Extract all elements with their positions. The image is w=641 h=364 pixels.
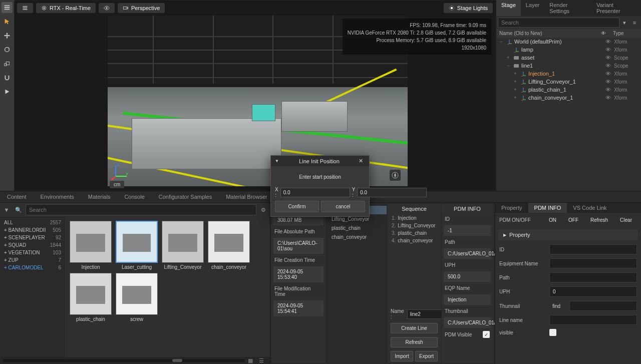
close-icon[interactable]: ✕: [357, 158, 365, 164]
expander-icon[interactable]: +: [505, 55, 511, 60]
stage-col-name[interactable]: Name (Old to New): [499, 31, 601, 36]
expander-icon[interactable]: −: [498, 39, 504, 44]
stage-search-input[interactable]: [498, 18, 619, 28]
prop-tab-pdm-info[interactable]: PDM INFO: [528, 203, 567, 213]
eye-icon[interactable]: 👁: [602, 71, 614, 77]
camera-dropdown[interactable]: Perspective: [118, 3, 165, 13]
thumbnail-item[interactable]: chain_conveyor: [207, 221, 250, 270]
prop-line-input[interactable]: [549, 315, 637, 325]
stage-tab-variant-presenter[interactable]: Variant Presenter: [591, 0, 641, 16]
category-item[interactable]: + ZUP7: [0, 256, 65, 264]
tree-row[interactable]: +Lifting_Conveyor_1👁Xform: [496, 78, 641, 86]
eye-icon[interactable]: 👁: [602, 47, 614, 53]
render-mode-dropdown[interactable]: RTX - Real-Time: [36, 3, 96, 13]
prop-path-input[interactable]: [549, 272, 637, 282]
tree-row[interactable]: −line1👁Scope: [496, 62, 641, 70]
compass-icon[interactable]: [389, 169, 401, 181]
thumb-size-slider[interactable]: [3, 359, 245, 362]
eye-icon[interactable]: 👁: [602, 87, 614, 93]
pdm-on-button[interactable]: ON: [544, 216, 561, 224]
stage-tree[interactable]: −World (defaultPrim)👁Xformlamp👁Xform+ass…: [496, 38, 641, 191]
visibility-toggle-icon[interactable]: [99, 3, 115, 13]
tree-row[interactable]: +Injection_1👁Xform: [496, 70, 641, 78]
y-input[interactable]: [357, 188, 427, 197]
tree-row[interactable]: +chain_conveyor_1👁Xform: [496, 94, 641, 102]
content-tab-console[interactable]: Console: [117, 191, 151, 202]
tool-play[interactable]: [2, 86, 13, 97]
equipment-item[interactable]: chain_conveyor: [327, 233, 387, 241]
eye-icon[interactable]: 👁: [602, 79, 614, 85]
viewport-settings-icon[interactable]: [17, 3, 33, 13]
list-view-icon[interactable]: ☰: [259, 357, 267, 364]
thumbnail-item[interactable]: Laser_cutting: [115, 221, 158, 270]
x-input[interactable]: [280, 188, 350, 197]
stage-tab-stage[interactable]: Stage: [496, 0, 521, 16]
pdm-clear-button[interactable]: Clear: [615, 216, 637, 224]
content-tab-content[interactable]: Content: [0, 191, 34, 202]
pdm-refresh-button[interactable]: Refresh: [585, 216, 613, 224]
tool-scale[interactable]: [2, 58, 13, 69]
prop-id-input[interactable]: [549, 244, 637, 254]
create-line-button[interactable]: Create Line: [391, 323, 438, 333]
filter-icon[interactable]: ▼: [2, 205, 12, 215]
import-button[interactable]: Import: [391, 351, 413, 361]
search-icon[interactable]: 🔍: [14, 205, 24, 215]
gear-icon[interactable]: ⚙: [258, 205, 268, 215]
cancel-button[interactable]: cancel: [321, 201, 365, 212]
content-tab-materials[interactable]: Materials: [81, 191, 118, 202]
tree-row[interactable]: lamp👁Xform: [496, 46, 641, 54]
prop-tab-property[interactable]: Property: [495, 203, 528, 213]
eye-icon[interactable]: 👁: [602, 95, 614, 101]
refresh-button[interactable]: Refresh: [391, 337, 438, 347]
content-tab-configurator-samples[interactable]: Configurator Samples: [152, 191, 219, 202]
browser-search-input[interactable]: [26, 204, 256, 215]
grid-view-icon[interactable]: ▦: [248, 357, 256, 364]
tool-move[interactable]: [2, 30, 13, 41]
collapse-icon[interactable]: ▼: [275, 159, 279, 163]
content-tab-material-browser[interactable]: Material Browser: [219, 191, 274, 202]
expander-icon[interactable]: −: [505, 63, 511, 68]
tool-select[interactable]: [2, 16, 13, 27]
thumbnail-item[interactable]: screw: [115, 273, 158, 322]
expander-icon[interactable]: +: [512, 71, 518, 76]
confirm-button[interactable]: Confirm: [275, 201, 319, 212]
tool-settings[interactable]: [2, 2, 13, 13]
pdm-off-button[interactable]: OFF: [563, 216, 583, 224]
property-section-header[interactable]: ▶Property: [498, 229, 638, 240]
eye-icon[interactable]: 👁: [602, 55, 614, 61]
filter-icon[interactable]: ▾: [619, 18, 629, 28]
eye-icon[interactable]: 👁: [602, 63, 614, 69]
tool-rotate[interactable]: [2, 44, 13, 55]
expander-icon[interactable]: +: [512, 95, 518, 100]
tree-row[interactable]: +plastic_chain_1👁Xform: [496, 86, 641, 94]
prop-uph-input[interactable]: 0: [549, 286, 637, 297]
prop-thumb-input[interactable]: [569, 301, 637, 311]
tree-row[interactable]: +asset👁Scope: [496, 54, 641, 62]
stage-tab-layer[interactable]: Layer: [521, 0, 545, 16]
thumbnail-item[interactable]: Injection: [69, 221, 112, 270]
stage-tab-render-settings[interactable]: Render Settings: [544, 0, 591, 16]
tool-snap[interactable]: [2, 72, 13, 83]
export-button[interactable]: Export: [415, 351, 438, 361]
stage-col-type[interactable]: Type: [613, 31, 638, 36]
eye-icon[interactable]: 👁: [602, 39, 614, 45]
equipment-item[interactable]: plastic_chain: [327, 224, 387, 232]
prop-tab-vs-code-link[interactable]: VS Code Link: [567, 203, 612, 213]
find-button[interactable]: find: [549, 302, 563, 310]
pdm-visible-checkbox[interactable]: ✓: [483, 331, 490, 338]
thumbnail-item[interactable]: Lifting_Conveyor: [161, 221, 204, 270]
thumbnail-item[interactable]: plastic_chain: [69, 273, 112, 322]
tree-row[interactable]: −World (defaultPrim)👁Xform: [496, 38, 641, 46]
category-item[interactable]: + CARLOMODEL6: [0, 264, 65, 271]
axis-gizmo[interactable]: ZYX: [111, 161, 131, 181]
menu-icon[interactable]: ≡: [629, 18, 639, 28]
expander-icon[interactable]: +: [512, 87, 518, 92]
content-tab-environments[interactable]: Environments: [34, 191, 81, 202]
category-item[interactable]: + SQUAD1844: [0, 241, 65, 249]
category-item[interactable]: + BANNERLORDII505: [0, 226, 65, 234]
stage-lights-dropdown[interactable]: Stage Lights: [444, 3, 493, 13]
prop-eqp-input[interactable]: [549, 258, 637, 268]
category-item[interactable]: ALL2557: [0, 219, 65, 226]
expander-icon[interactable]: +: [512, 79, 518, 84]
category-item[interactable]: + SCENEPLAYER92: [0, 234, 65, 241]
